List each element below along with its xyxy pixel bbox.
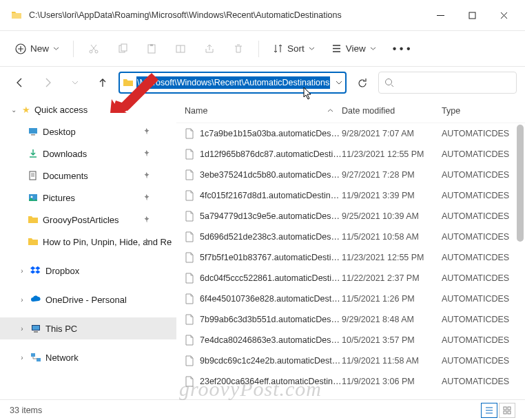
chevron-right-icon[interactable]: › [18, 267, 26, 275]
svg-rect-14 [31, 134, 35, 136]
pin-icon [143, 237, 150, 247]
file-icon [185, 335, 194, 346]
file-icon [185, 376, 194, 387]
sidebar-quickaccess[interactable]: ⌄ ★ Quick access [0, 98, 176, 120]
up-button[interactable] [91, 71, 114, 94]
sidebar-onedrive[interactable]: › OneDrive - Personal [0, 288, 176, 311]
file-row[interactable]: 6f4e45010736e828.automaticDestinatio...1… [176, 288, 525, 309]
chevron-right-icon[interactable]: › [18, 325, 26, 333]
refresh-button[interactable] [351, 72, 374, 94]
file-row[interactable]: 4fc015f2167d8d1.automaticDestinations-..… [176, 185, 525, 206]
share-button[interactable] [196, 36, 223, 61]
file-row[interactable]: 7e4dca80246863e3.automaticDestinatio...1… [176, 330, 525, 350]
svg-rect-0 [469, 12, 475, 19]
file-row[interactable]: 1c7a9be1b15a03ba.automaticDestinatio...9… [176, 123, 525, 144]
sort-asc-icon [327, 107, 333, 114]
back-button[interactable] [8, 71, 32, 94]
chevron-right-icon[interactable]: › [18, 296, 26, 304]
folder-icon [28, 236, 39, 247]
address-text[interactable]: \Microsoft\Windows\Recent\AutomaticDesti… [136, 76, 330, 89]
file-row[interactable]: 9b9cdc69c1c24e2b.automaticDestinatio...1… [176, 350, 525, 371]
file-icon [185, 128, 194, 139]
downloads-icon [28, 148, 39, 159]
file-row[interactable]: 1d12f965b876dc87.automaticDestinatio...1… [176, 144, 525, 165]
svg-rect-19 [32, 326, 39, 330]
file-row[interactable]: 5d696d521de238c3.automaticDestinatio...1… [176, 227, 525, 247]
dropbox-icon [30, 265, 41, 276]
copy-button[interactable] [110, 36, 136, 61]
folder-icon [28, 214, 39, 225]
view-icon [331, 43, 342, 54]
file-row[interactable]: 3ebe375241dc5b80.automaticDestinatio...9… [176, 165, 525, 185]
sort-icon [273, 43, 283, 54]
star-icon: ★ [22, 105, 30, 115]
file-row[interactable]: 7b99ab6c3d3b551d.automaticDestinatio...9… [176, 309, 525, 330]
navigation-pane: ⌄ ★ Quick access DesktopDownloadsDocumen… [0, 98, 176, 399]
svg-rect-21 [31, 353, 35, 357]
separator [258, 41, 259, 57]
svg-rect-23 [504, 407, 506, 410]
recent-dropdown[interactable] [63, 71, 87, 94]
delete-button[interactable] [225, 36, 251, 61]
sidebar-network[interactable]: › Network [0, 346, 176, 368]
folder-icon [123, 78, 134, 87]
file-icon [185, 355, 194, 366]
svg-rect-13 [29, 128, 37, 134]
file-row[interactable]: 23ef200ca6364eff.automaticDestinations-.… [176, 371, 525, 392]
sort-button[interactable]: Sort [266, 39, 322, 58]
search-icon [384, 78, 394, 87]
file-icon [185, 314, 194, 325]
titlebar: C:\Users\lori\AppData\Roaming\Microsoft\… [0, 0, 525, 31]
window-title: C:\Users\lori\AppData\Roaming\Microsoft\… [29, 10, 424, 20]
file-row[interactable]: 5a794779d13c9e5e.automaticDestinatio...9… [176, 206, 525, 227]
view-button[interactable]: View [325, 39, 383, 58]
chevron-down-icon[interactable] [336, 79, 342, 86]
desktop-icon [28, 126, 39, 137]
file-icon [185, 273, 194, 284]
new-button[interactable]: New [8, 39, 66, 59]
column-date[interactable]: Date modified [342, 106, 442, 116]
plus-circle-icon [15, 43, 26, 54]
chevron-down-icon[interactable]: ⌄ [10, 106, 18, 114]
more-button[interactable]: • • • [386, 39, 418, 59]
chevron-down-icon [370, 45, 376, 52]
file-icon [185, 252, 194, 263]
sidebar-item[interactable]: Pictures [0, 187, 176, 209]
separator [73, 41, 74, 57]
sidebar-item[interactable]: Downloads [0, 143, 176, 165]
scrollbar[interactable] [517, 125, 524, 242]
chevron-right-icon[interactable]: › [18, 354, 26, 361]
navbar: \Microsoft\Windows\Recent\AutomaticDesti… [0, 67, 525, 98]
pictures-icon [28, 192, 39, 203]
cut-button[interactable] [81, 36, 107, 61]
file-row[interactable]: 6dc04f5ccc522861.automaticDestination...… [176, 268, 525, 288]
details-view-button[interactable] [481, 403, 497, 418]
paste-button[interactable] [138, 36, 165, 61]
thumbnails-view-button[interactable] [499, 403, 515, 418]
sidebar-item[interactable]: How to Pin, Unpin, Hide, and Re [0, 231, 176, 253]
sidebar-thispc[interactable]: › This PC [0, 317, 176, 339]
sidebar-dropbox[interactable]: › Dropbox [0, 260, 176, 282]
column-type[interactable]: Type [442, 106, 525, 116]
pin-icon [143, 193, 150, 203]
pin-icon [143, 215, 150, 225]
maximize-button[interactable] [456, 4, 488, 26]
svg-point-17 [31, 196, 33, 198]
search-input[interactable] [378, 72, 517, 94]
sidebar-item[interactable]: Documents [0, 165, 176, 187]
chevron-down-icon [53, 45, 59, 52]
close-button[interactable] [488, 4, 519, 26]
sidebar-item[interactable]: GroovyPostArticles [0, 209, 176, 231]
rename-button[interactable] [167, 36, 194, 61]
pin-icon [143, 149, 150, 159]
svg-rect-25 [504, 411, 506, 414]
pc-icon [30, 323, 41, 334]
file-row[interactable]: 5f7b5f1e01b83767.automaticDestination...… [176, 247, 525, 268]
column-name[interactable]: Name [176, 106, 342, 116]
minimize-button[interactable] [424, 4, 456, 26]
sidebar-item[interactable]: Desktop [0, 120, 176, 143]
address-bar[interactable]: \Microsoft\Windows\Recent\AutomaticDesti… [119, 72, 347, 94]
forward-button[interactable] [36, 71, 59, 94]
svg-rect-26 [508, 411, 511, 414]
file-icon [185, 211, 194, 222]
